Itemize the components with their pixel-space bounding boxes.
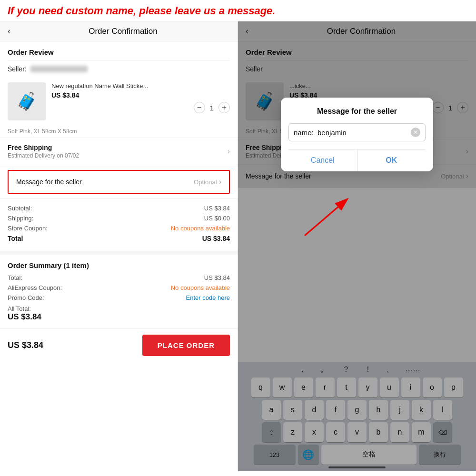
left-product-image: 🧳 — [8, 82, 46, 120]
left-header-title: Order Confirmation — [16, 27, 230, 36]
subtotal-label: Subtotal: — [8, 205, 32, 212]
order-summary-title: Order Summary (1 item) — [8, 261, 230, 269]
shipping-chevron-icon: › — [228, 147, 230, 156]
dialog-overlay: Message for the seller ✕ Cancel OK — [238, 21, 476, 471]
summary-total-value: US $3.84 — [204, 274, 230, 281]
coupon-label: Store Coupon: — [8, 225, 48, 232]
banner-text: If you need custom name, please leave us… — [8, 5, 275, 17]
shipping-cost-label: Shipping: — [8, 215, 33, 222]
dialog-input-row[interactable]: ✕ — [288, 123, 426, 141]
total-value: US $3.84 — [202, 235, 230, 242]
summary-all-total-row: All Total: US $3.84 — [8, 305, 230, 322]
left-message-right: Optional › — [194, 178, 221, 186]
quantity-increase-button[interactable]: + — [218, 102, 230, 113]
left-product-name: New regulation Name Wall Sticke... — [51, 82, 161, 89]
left-order-review-title: Order Review — [0, 41, 238, 60]
left-header: ‹ Order Confirmation — [0, 21, 238, 41]
message-dialog: Message for the seller ✕ Cancel OK — [281, 98, 433, 171]
left-order-summary: Order Summary (1 item) Total: US $3.84 A… — [0, 255, 238, 328]
left-product-row: 🧳 New regulation Name Wall Sticke... US … — [0, 78, 238, 125]
all-total-label: All Total: — [8, 305, 41, 312]
shipping-cost-value: US $0.00 — [204, 215, 230, 222]
section-divider — [0, 251, 238, 255]
left-shipping-cost-row: Shipping: US $0.00 — [8, 215, 230, 222]
dialog-input-field[interactable] — [294, 129, 411, 137]
dialog-ok-button[interactable]: OK — [357, 149, 426, 171]
summary-total-label: Total: — [8, 274, 22, 281]
quantity-decrease-button[interactable]: − — [194, 102, 205, 113]
promo-label: Promo Code: — [8, 294, 44, 301]
left-shipping-info: Free Shipping Estimated Delivery on 07/0… — [8, 144, 79, 159]
place-order-bar: US $3.84 PLACE ORDER — [0, 328, 238, 362]
left-product-details: New regulation Name Wall Sticke... US $3… — [51, 82, 230, 113]
summary-promo-row: Promo Code: Enter code here — [8, 294, 230, 301]
left-shipping-title: Free Shipping — [8, 144, 79, 151]
summary-aliexpress-row: AliExpress Coupon: No coupons available — [8, 284, 230, 291]
left-product-variant: Soft Pink, XL 58cm X 58cm — [0, 125, 238, 138]
left-message-label: Message for the seller — [16, 178, 82, 186]
left-product-price: US $3.84 — [51, 91, 230, 99]
all-total-amount: US $3.84 — [8, 312, 41, 322]
place-order-button[interactable]: PLACE ORDER — [142, 335, 230, 356]
dialog-clear-button[interactable]: ✕ — [411, 128, 420, 137]
aliexpress-coupon-label: AliExpress Coupon: — [8, 284, 62, 291]
left-panel: ‹ Order Confirmation Order Review Seller… — [0, 21, 238, 471]
left-coupon-row: Store Coupon: No coupons available — [8, 225, 230, 232]
summary-total-row: Total: US $3.84 — [8, 274, 230, 281]
dialog-title: Message for the seller — [288, 107, 426, 116]
quantity-value: 1 — [210, 104, 214, 112]
right-panel: ‹ Order Confirmation Order Review Seller… — [238, 21, 476, 471]
left-message-row[interactable]: Message for the seller Optional › — [8, 170, 230, 194]
left-back-button[interactable]: ‹ — [8, 26, 10, 36]
place-total-amount: US $3.84 — [8, 340, 43, 350]
place-total-section: US $3.84 — [8, 340, 43, 350]
quantity-row: − 1 + — [51, 102, 230, 113]
subtotal-value: US $3.84 — [204, 205, 230, 212]
left-message-optional: Optional — [194, 178, 217, 186]
aliexpress-coupon-value[interactable]: No coupons available — [171, 284, 230, 291]
seller-name-blur — [30, 66, 88, 72]
dialog-cancel-button[interactable]: Cancel — [288, 149, 357, 171]
left-shipping-row[interactable]: Free Shipping Estimated Delivery on 07/0… — [0, 138, 238, 165]
left-seller-label: Seller: — [8, 65, 27, 73]
top-banner: If you need custom name, please leave us… — [0, 0, 476, 21]
left-total-row: Total US $3.84 — [8, 235, 230, 242]
left-shipping-subtitle: Estimated Delivery on 07/02 — [8, 152, 79, 159]
message-chevron-icon: › — [219, 178, 221, 186]
dialog-actions: Cancel OK — [288, 149, 426, 171]
promo-value[interactable]: Enter code here — [186, 294, 230, 301]
coupon-value[interactable]: No coupons available — [171, 225, 230, 232]
suitcase-icon: 🧳 — [16, 91, 38, 111]
total-label: Total — [8, 235, 23, 242]
left-cost-table: Subtotal: US $3.84 Shipping: US $0.00 St… — [0, 198, 238, 251]
left-subtotal-row: Subtotal: US $3.84 — [8, 205, 230, 212]
left-seller-row: Seller: — [0, 60, 238, 78]
